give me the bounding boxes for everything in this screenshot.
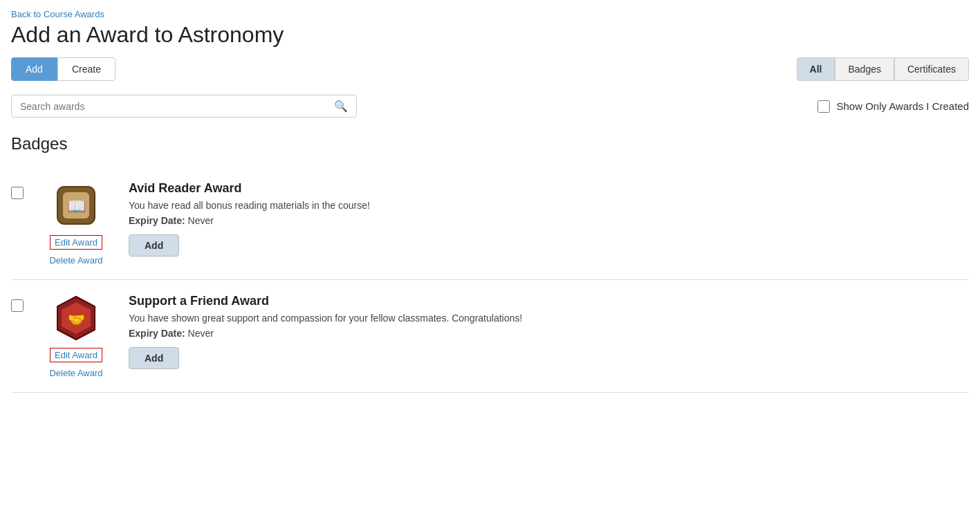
award-expiry: Expiry Date: Never bbox=[129, 215, 969, 226]
award-list: 📖 Edit AwardDelete AwardAvid Reader Awar… bbox=[11, 167, 969, 393]
page-title: Add an Award to Astronomy bbox=[11, 22, 969, 48]
award-item: 🤝 Edit AwardDelete AwardSupport a Friend… bbox=[11, 280, 969, 393]
delete-award-link[interactable]: Delete Award bbox=[49, 255, 102, 266]
award-checkbox-0[interactable] bbox=[11, 187, 24, 199]
award-expiry: Expiry Date: Never bbox=[129, 328, 969, 339]
delete-award-link[interactable]: Delete Award bbox=[49, 368, 102, 378]
search-box: 🔍 bbox=[11, 95, 357, 118]
award-name: Support a Friend Award bbox=[129, 294, 969, 308]
award-details: Support a Friend AwardYou have shown gre… bbox=[129, 294, 969, 369]
show-only-label[interactable]: Show Only Awards I Created bbox=[817, 100, 969, 113]
back-link[interactable]: Back to Course Awards bbox=[11, 9, 104, 19]
award-item: 📖 Edit AwardDelete AwardAvid Reader Awar… bbox=[11, 167, 969, 280]
award-add-button[interactable]: Add bbox=[129, 234, 179, 257]
award-badge-icon: 🤝 bbox=[52, 294, 100, 342]
edit-award-link[interactable]: Edit Award bbox=[50, 235, 102, 250]
filter-tab-all[interactable]: All bbox=[797, 57, 835, 81]
award-description: You have read all bonus reading material… bbox=[129, 200, 969, 211]
award-description: You have shown great support and compass… bbox=[129, 313, 969, 324]
award-badge-area: 🤝 Edit AwardDelete Award bbox=[35, 294, 118, 378]
action-tab-create[interactable]: Create bbox=[57, 57, 115, 81]
filter-tab-badges[interactable]: Badges bbox=[835, 57, 894, 81]
award-name: Avid Reader Award bbox=[129, 181, 969, 196]
filter-tab-certificates[interactable]: Certificates bbox=[894, 57, 969, 81]
svg-text:📖: 📖 bbox=[67, 197, 86, 216]
action-tabs: AddCreate bbox=[11, 57, 115, 81]
search-row: 🔍 Show Only Awards I Created bbox=[11, 95, 969, 118]
svg-text:🤝: 🤝 bbox=[68, 311, 85, 328]
award-add-button[interactable]: Add bbox=[129, 347, 179, 369]
section-title: Badges bbox=[11, 134, 969, 154]
search-input[interactable] bbox=[20, 101, 334, 112]
top-bar: AddCreate AllBadgesCertificates bbox=[11, 57, 969, 81]
filter-tabs: AllBadgesCertificates bbox=[797, 57, 969, 81]
award-badge-area: 📖 Edit AwardDelete Award bbox=[35, 181, 118, 266]
show-only-checkbox[interactable] bbox=[817, 100, 830, 113]
award-checkbox-1[interactable] bbox=[11, 299, 24, 312]
show-only-text: Show Only Awards I Created bbox=[837, 100, 969, 112]
action-tab-add[interactable]: Add bbox=[11, 57, 57, 81]
search-icon: 🔍 bbox=[334, 100, 348, 113]
award-details: Avid Reader AwardYou have read all bonus… bbox=[129, 181, 969, 257]
edit-award-link[interactable]: Edit Award bbox=[50, 348, 102, 362]
award-badge-icon: 📖 bbox=[52, 181, 100, 230]
